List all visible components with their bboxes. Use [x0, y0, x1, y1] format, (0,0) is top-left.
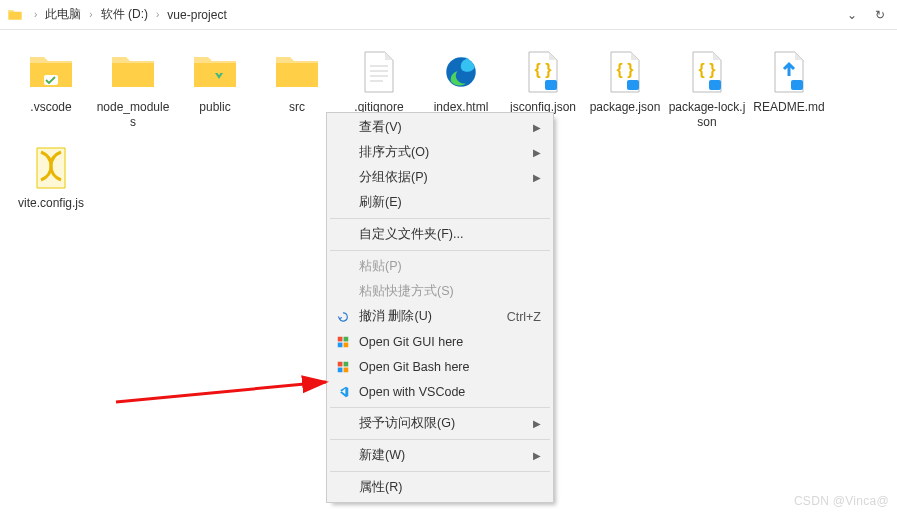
svg-rect-9: [627, 80, 639, 90]
context-menu-item[interactable]: 分组依据(P)▶: [329, 165, 551, 190]
file-icon: [273, 48, 321, 96]
context-menu-label: Open Git Bash here: [359, 360, 469, 374]
shortcut-label: Ctrl+Z: [507, 310, 541, 324]
file-label: vite.config.js: [18, 196, 84, 211]
context-menu-item[interactable]: 查看(V)▶: [329, 115, 551, 140]
svg-text:{ }: { }: [699, 61, 716, 78]
context-menu-item[interactable]: Open Git GUI here: [329, 329, 551, 354]
file-icon: [191, 48, 239, 96]
context-menu-separator: [330, 471, 550, 472]
file-item[interactable]: .vscode: [10, 44, 92, 140]
file-label: src: [289, 100, 305, 115]
git-icon: [335, 334, 351, 350]
folder-icon: [6, 6, 24, 24]
context-menu-separator: [330, 218, 550, 219]
file-label: package-lock.json: [668, 100, 746, 130]
file-icon: [109, 48, 157, 96]
context-menu-item: 粘贴(P): [329, 254, 551, 279]
context-menu-label: 自定义文件夹(F)...: [359, 226, 463, 243]
chevron-right-icon: ▶: [533, 418, 541, 429]
context-menu-label: Open with VSCode: [359, 385, 465, 399]
file-item[interactable]: README.md: [748, 44, 830, 140]
svg-rect-19: [338, 367, 343, 372]
breadcrumb[interactable]: › 此电脑 › 软件 (D:) › vue-project ⌄ ↻: [0, 0, 897, 30]
context-menu-label: Open Git GUI here: [359, 335, 463, 349]
context-menu-separator: [330, 250, 550, 251]
chevron-right-icon: ▶: [533, 147, 541, 158]
svg-rect-14: [344, 336, 349, 341]
context-menu-label: 粘贴快捷方式(S): [359, 283, 454, 300]
file-icon: [27, 144, 75, 192]
file-icon: { }: [683, 48, 731, 96]
breadcrumb-item[interactable]: 软件 (D:): [99, 4, 150, 25]
svg-rect-18: [344, 361, 349, 366]
file-label: README.md: [753, 100, 824, 115]
svg-rect-16: [344, 342, 349, 347]
file-label: node_modules: [94, 100, 172, 130]
git-icon: [335, 359, 351, 375]
file-icon: { }: [601, 48, 649, 96]
context-menu-label: 粘贴(P): [359, 258, 402, 275]
breadcrumb-item[interactable]: vue-project: [165, 6, 228, 24]
svg-line-21: [116, 382, 326, 402]
context-menu-label: 分组依据(P): [359, 169, 428, 186]
chevron-right-icon: ▶: [533, 450, 541, 461]
svg-rect-13: [338, 336, 343, 341]
context-menu-item[interactable]: 新建(W)▶: [329, 443, 551, 468]
file-label: public: [199, 100, 230, 115]
refresh-button[interactable]: ↻: [869, 4, 891, 26]
chevron-right-icon: ›: [34, 9, 37, 20]
context-menu-item[interactable]: Open Git Bash here: [329, 354, 551, 379]
vscode-icon: [335, 384, 351, 400]
context-menu-item: 粘贴快捷方式(S): [329, 279, 551, 304]
context-menu-item[interactable]: 自定义文件夹(F)...: [329, 222, 551, 247]
chevron-right-icon: ›: [156, 9, 159, 20]
file-item[interactable]: vite.config.js: [10, 140, 92, 236]
file-item[interactable]: { }package.json: [584, 44, 666, 140]
file-icon: [27, 48, 75, 96]
chevron-right-icon: ›: [89, 9, 92, 20]
breadcrumb-item[interactable]: 此电脑: [43, 4, 83, 25]
svg-text:{ }: { }: [535, 61, 552, 78]
context-menu-item[interactable]: Open with VSCode: [329, 379, 551, 404]
context-menu-separator: [330, 407, 550, 408]
svg-rect-7: [545, 80, 557, 90]
context-menu-label: 排序方式(O): [359, 144, 429, 161]
watermark: CSDN @Vinca@: [794, 494, 889, 508]
svg-rect-17: [338, 361, 343, 366]
context-menu-separator: [330, 439, 550, 440]
context-menu-label: 刷新(E): [359, 194, 402, 211]
callout-arrow: [112, 298, 342, 408]
file-item[interactable]: node_modules: [92, 44, 174, 140]
file-label: .vscode: [30, 100, 71, 115]
context-menu-label: 属性(R): [359, 479, 402, 496]
context-menu-label: 查看(V): [359, 119, 402, 136]
file-item[interactable]: { }package-lock.json: [666, 44, 748, 140]
chevron-right-icon: ▶: [533, 172, 541, 183]
context-menu-label: 撤消 删除(U): [359, 308, 432, 325]
file-icon: [437, 48, 485, 96]
file-icon: [355, 48, 403, 96]
svg-text:{ }: { }: [617, 61, 634, 78]
file-icon: [765, 48, 813, 96]
chevron-right-icon: ▶: [533, 122, 541, 133]
svg-rect-20: [344, 367, 349, 372]
undo-icon: [335, 309, 351, 325]
context-menu-label: 授予访问权限(G): [359, 415, 455, 432]
file-icon: { }: [519, 48, 567, 96]
file-item[interactable]: public: [174, 44, 256, 140]
svg-rect-15: [338, 342, 343, 347]
file-label: package.json: [590, 100, 661, 115]
context-menu-item[interactable]: 授予访问权限(G)▶: [329, 411, 551, 436]
svg-rect-12: [791, 80, 803, 90]
context-menu-item[interactable]: 撤消 删除(U)Ctrl+Z: [329, 304, 551, 329]
context-menu-item[interactable]: 刷新(E): [329, 190, 551, 215]
context-menu-item[interactable]: 排序方式(O)▶: [329, 140, 551, 165]
context-menu[interactable]: 查看(V)▶排序方式(O)▶分组依据(P)▶刷新(E)自定义文件夹(F)...粘…: [326, 112, 554, 503]
context-menu-item[interactable]: 属性(R): [329, 475, 551, 500]
breadcrumb-dropdown[interactable]: ⌄: [841, 4, 863, 26]
context-menu-label: 新建(W): [359, 447, 405, 464]
svg-rect-11: [709, 80, 721, 90]
